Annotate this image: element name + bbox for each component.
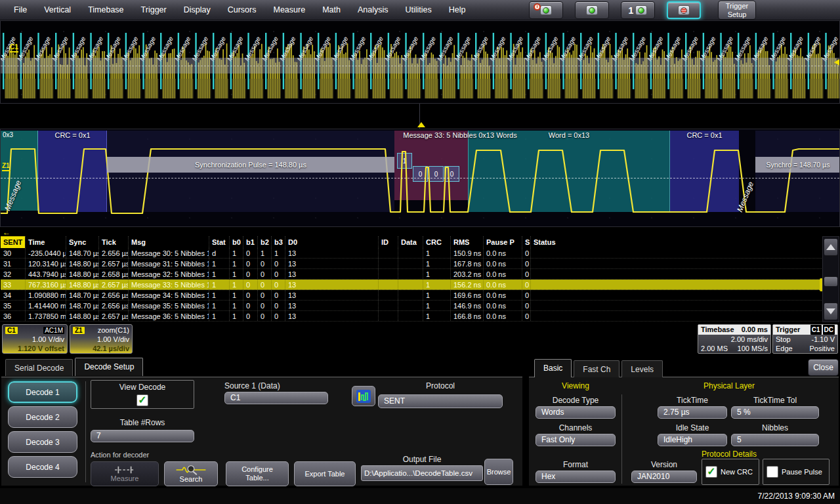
close-button[interactable]: Close [808, 359, 839, 376]
cell-pause-p: 0.0 ns [483, 301, 522, 310]
new-crc-checkbox[interactable]: ✓ [705, 466, 717, 478]
decoder-button-4[interactable]: Decode 4 [8, 456, 77, 478]
pause-pulse-checkbox[interactable]: ✓ [766, 466, 778, 478]
normal-trigger-button[interactable] [575, 1, 609, 19]
protocol-icon-button[interactable] [352, 386, 375, 406]
cell-sent: 36 [1, 311, 25, 321]
tab-levels[interactable]: Levels [621, 360, 663, 377]
table-rows-field[interactable]: 7 [91, 430, 194, 442]
scroll-down-button[interactable] [824, 303, 838, 320]
trigger-position-icon[interactable] [417, 122, 425, 127]
arrow-up-icon [826, 244, 835, 250]
table-row-34[interactable]: 341.090880 ms148.70 µs2.656 µsMessage 34… [1, 290, 823, 301]
cell-b2: 0 [257, 269, 271, 279]
cell-d0: 13 [285, 311, 378, 321]
channels-combo[interactable]: Fast Only [536, 434, 616, 446]
view-decode-checkbox[interactable]: ✓ [136, 394, 148, 406]
output-file-field[interactable]: D:\Applicatio...\DecodeTable.csv [361, 465, 483, 481]
protocol-details-title: Protocol Details [634, 450, 824, 459]
synchro-annotation: Synchro = 148.70 µs [755, 157, 840, 173]
menu-item-trigger[interactable]: Trigger [133, 0, 175, 20]
menu-items: FileVerticalTimebaseTriggerDisplayCursor… [0, 0, 474, 20]
menu-item-math[interactable]: Math [314, 0, 349, 20]
version-combo[interactable]: JAN2010 [631, 471, 697, 483]
column-header-s: S [522, 236, 530, 248]
table-row-35[interactable]: 351.414400 ms148.70 µs2.656 µsMessage 35… [1, 301, 823, 311]
menu-item-analysis[interactable]: Analysis [349, 0, 397, 20]
cell-b1: 0 [243, 269, 257, 279]
z1-zoom-grid[interactable]: Synchronization Pulse = 148.80 µs Synchr… [0, 129, 840, 227]
c1-waveform-grid[interactable]: MessageMessageMessageMessageMessageMessa… [0, 20, 840, 104]
scrollbar-thumb[interactable] [824, 276, 838, 287]
table-scrollbar[interactable] [822, 236, 839, 322]
new-crc-group: ✓ New CRC [702, 459, 759, 485]
datetime-display: 7/22/2013 9:09:30 AM [758, 492, 835, 501]
ticktime-field[interactable]: 2.75 µs [658, 406, 727, 419]
single-trigger-button[interactable]: 1 [621, 1, 655, 19]
c1-scale: 1.00 V/div [5, 335, 64, 344]
stop-trigger-button[interactable] [667, 1, 701, 19]
cell-status [530, 290, 823, 300]
timebase-descriptor-box[interactable]: Timebase 0.00 ms 2.00 ms/div 2.00 MS 100… [698, 324, 771, 354]
menu-item-utilities[interactable]: Utilities [396, 0, 440, 20]
idle-state-combo[interactable]: IdleHigh [658, 434, 727, 446]
menu-item-timebase[interactable]: Timebase [79, 0, 132, 20]
timebase-delay: 0.00 ms [742, 325, 768, 335]
cell-b1: 0 [243, 311, 257, 321]
trigger-descriptor-box[interactable]: Trigger C1 DC Stop -1.10 V Edge Positive [772, 324, 838, 354]
decode-type-combo[interactable]: Words [536, 406, 616, 419]
table-row-33[interactable]: 33767.3160 µs148.80 µs2.657 µsMessage 33… [1, 280, 823, 290]
decoder-button-3[interactable]: Decode 3 [8, 431, 77, 453]
menu-item-file[interactable]: File [5, 0, 35, 20]
cell-time: 1.090880 ms [25, 290, 66, 300]
table-row-30[interactable]: 30-235.0440 µs148.70 µs2.656 µsMessage 3… [1, 248, 823, 259]
tab-serial-decode[interactable]: Serial Decode [5, 359, 73, 376]
nibbles-field[interactable]: 5 [731, 434, 819, 446]
cell-b3: 0 [271, 301, 285, 310]
column-header-status: Status [530, 236, 823, 248]
menu-item-vertical[interactable]: Vertical [35, 0, 79, 20]
table-row-36[interactable]: 361.737850 ms148.80 µs2.657 µsMessage 36… [1, 311, 823, 322]
z1-badge: Z1 [73, 327, 85, 334]
cell-stat: 1 [209, 269, 229, 279]
cell-data [398, 269, 423, 279]
ticktime-tol-field[interactable]: 5 % [731, 406, 819, 419]
idle-state-label: Idle State [658, 423, 727, 432]
tab-decode-setup[interactable]: Decode Setup [75, 358, 143, 376]
channels-label: Channels [536, 423, 616, 432]
tab-basic[interactable]: Basic [534, 359, 572, 377]
tab-fast-ch[interactable]: Fast Ch [574, 360, 620, 377]
browse-button[interactable]: Browse [484, 459, 513, 485]
auto-trigger-button[interactable] [529, 1, 563, 19]
c1-descriptor-box[interactable]: C1 AC1M 1.00 V/div 1.120 V offset [2, 324, 68, 354]
format-combo[interactable]: Hex [536, 471, 616, 483]
cell-time: 767.3160 µs [25, 280, 66, 289]
column-header-sent: SENT [1, 236, 25, 248]
decoder-button-2[interactable]: Decode 2 [8, 406, 77, 428]
table-rows-label: Table #Rows [91, 418, 194, 427]
check-icon: ✓ [138, 395, 146, 406]
menu-item-measure[interactable]: Measure [264, 0, 314, 20]
scroll-up-button[interactable] [824, 238, 838, 256]
measure-button[interactable]: Measure [91, 461, 159, 486]
menu-item-cursors[interactable]: Cursors [219, 0, 265, 20]
decoder-list: Decode 1Decode 2Decode 3Decode 4 [8, 381, 77, 481]
search-button[interactable]: Search [164, 461, 218, 486]
menu-item-display[interactable]: Display [175, 0, 219, 20]
decoder-button-1[interactable]: Decode 1 [8, 381, 77, 403]
configure-table-button[interactable]: Configure Table... [226, 461, 289, 486]
export-table-button[interactable]: Export Table [294, 461, 356, 486]
trigger-title: Trigger [776, 325, 800, 335]
table-row-31[interactable]: 31120.3140 µs148.80 µs2.657 µsMessage 31… [1, 259, 823, 269]
protocol-field[interactable]: SENT [378, 394, 503, 408]
source-field[interactable]: C1 [224, 392, 328, 404]
cell-b2: 0 [257, 280, 271, 289]
table-row-32[interactable]: 32443.7940 µs148.80 µs2.658 µsMessage 32… [1, 269, 823, 280]
trigger-setup-button[interactable]: Trigger Setup [718, 1, 756, 20]
menu-item-help[interactable]: Help [440, 0, 474, 20]
cell-s: 0 [522, 269, 530, 279]
decode-type-label: Decode Type [536, 396, 616, 405]
z1-descriptor-box[interactable]: Z1 zoom(C1) 1.00 V/div 42.1 µs/div [70, 324, 133, 354]
cell-b1: 0 [243, 290, 257, 300]
table-collapse-arrow-icon[interactable]: ← [3, 228, 10, 237]
